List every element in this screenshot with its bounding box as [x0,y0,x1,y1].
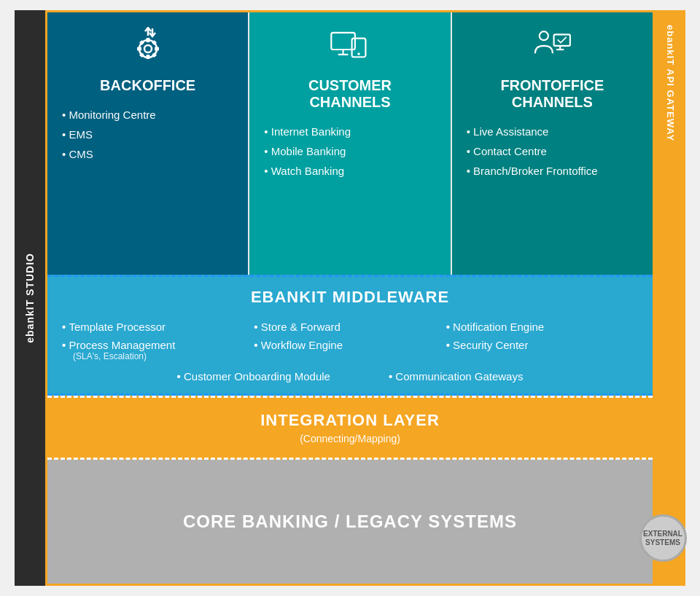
middleware-col1: Template Processor Process Management (S… [62,318,254,364]
arrow-down-icon: ↓ [658,565,667,586]
external-systems-container: EXTERNALSYSTEMS ↓ [647,289,694,586]
diagram-wrapper: ebankIT STUDIO [0,0,700,596]
frontoffice-item-2: Contact Centre [467,141,638,161]
frontoffice-item-1: Live Assistance [467,122,638,141]
backoffice-items: Monitoring Centre EMS CMS [62,105,233,164]
channels-row: BACKOFFICE Monitoring Centre EMS CMS [47,12,653,275]
svg-point-16 [357,52,359,55]
middleware-notification-engine: Notification Engine [446,318,638,336]
backoffice-icon [62,27,233,70]
frontoffice-title: FRONTOFFICECHANNELS [467,77,638,111]
middleware-process-sub: (SLA's, Escalation) [62,351,254,361]
svg-rect-18 [554,34,570,45]
frontoffice-items: Live Assistance Contact Centre Branch/Br… [467,122,638,181]
left-sidebar: ebankIT STUDIO [15,10,45,586]
middleware-onboarding: Customer Onboarding Module [177,370,330,383]
channel-backoffice: BACKOFFICE Monitoring Centre EMS CMS [47,12,249,275]
middleware-workflow-engine: Workflow Engine [254,336,446,354]
integration-subtitle: (Connecting/Mapping) [62,433,638,444]
backoffice-item-1: Monitoring Centre [62,105,233,125]
middleware-security-center: Security Center [446,336,638,354]
middleware-section: EBANKIT MIDDLEWARE Template Processor Pr… [47,275,653,396]
customer-items: Internet Banking Mobile Banking Watch Ba… [264,122,435,181]
right-sidebar-label: ebankIT API GATEWAY [665,10,676,289]
svg-rect-4 [137,47,141,51]
middleware-comm-gateways: Communication Gateways [389,370,524,383]
svg-point-17 [540,31,548,40]
center-content: BACKOFFICE Monitoring Centre EMS CMS [45,10,655,586]
middleware-store-forward: Store & Forward [254,318,446,336]
left-sidebar-label: ebankIT STUDIO [24,253,36,343]
channel-customer: CUSTOMERCHANNELS Internet Banking Mobile… [249,12,451,275]
external-systems-badge: EXTERNALSYSTEMS [639,514,687,562]
middleware-process-management: Process Management (SLA's, Escalation) [62,336,254,364]
middleware-col3: Notification Engine Security Center [446,318,638,364]
middleware-title: EBANKIT MIDDLEWARE [62,288,638,307]
svg-rect-3 [146,55,149,59]
channel-frontoffice: FRONTOFFICECHANNELS Live Assistance Cont… [452,12,653,275]
middleware-bottom-row: Customer Onboarding Module Communication… [62,370,638,383]
customer-title: CUSTOMERCHANNELS [264,77,435,111]
svg-point-1 [144,45,152,52]
integration-title: INTEGRATION LAYER [62,411,638,430]
customer-item-2: Mobile Banking [264,141,435,161]
backoffice-item-2: EMS [62,125,233,144]
backoffice-title: BACKOFFICE [62,77,233,94]
middleware-col2: Store & Forward Workflow Engine [254,318,446,364]
middleware-template-processor: Template Processor [62,318,254,336]
customer-item-1: Internet Banking [264,122,435,141]
frontoffice-item-3: Branch/Broker Frontoffice [467,161,638,181]
core-banking-title: CORE BANKING / LEGACY SYSTEMS [183,511,517,532]
svg-rect-5 [155,47,159,51]
integration-layer: INTEGRATION LAYER (Connecting/Mapping) [47,396,653,460]
middleware-grid: Template Processor Process Management (S… [62,318,638,364]
svg-rect-2 [146,38,149,42]
main-container: ebankIT STUDIO [15,10,685,586]
core-banking: CORE BANKING / LEGACY SYSTEMS [47,460,653,584]
customer-icon [264,27,435,70]
backoffice-item-3: CMS [62,144,233,164]
right-sidebar: ebankIT API GATEWAY EXTERNALSYSTEMS ↓ [655,10,685,586]
customer-item-3: Watch Banking [264,161,435,181]
frontoffice-icon [467,27,638,70]
